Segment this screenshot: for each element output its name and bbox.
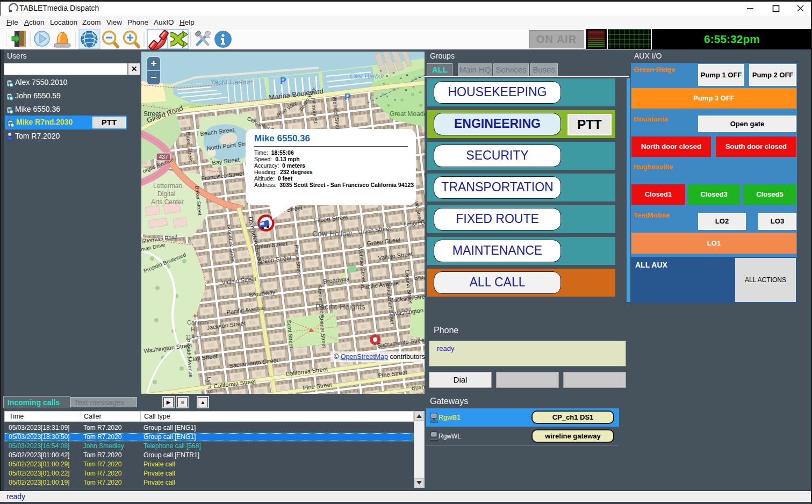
svg-text:×: × bbox=[386, 74, 389, 78]
svg-text:P: P bbox=[280, 76, 286, 86]
svg-text:×: × bbox=[405, 88, 407, 92]
svg-text:×: × bbox=[419, 90, 422, 95]
svg-text:Digital: Digital bbox=[157, 190, 175, 198]
svg-text:×: × bbox=[392, 70, 395, 75]
svg-text:Yacht Harbor: Yacht Harbor bbox=[210, 78, 251, 86]
svg-text:×: × bbox=[418, 75, 421, 80]
svg-text:114 m: 114 m bbox=[185, 334, 202, 340]
svg-text:© OpenStreetMap contributors: © OpenStreetMap contributors bbox=[334, 353, 425, 361]
svg-text:×: × bbox=[406, 73, 408, 77]
svg-text:Arts Center: Arts Center bbox=[151, 198, 184, 206]
svg-text:Cannon: Cannon bbox=[187, 319, 208, 326]
svg-text:Street: Street bbox=[143, 110, 161, 118]
svg-text:P: P bbox=[344, 92, 350, 102]
svg-text:Hill: Hill bbox=[191, 326, 199, 333]
svg-text:×: × bbox=[399, 76, 402, 81]
svg-text:Letterman: Letterman bbox=[153, 182, 182, 190]
svg-text:Cow Hollow: Cow Hollow bbox=[312, 229, 353, 238]
svg-text:×: × bbox=[386, 94, 389, 99]
svg-text:Great Meadow: Great Meadow bbox=[390, 110, 425, 118]
svg-text:East Harbor: East Harbor bbox=[350, 73, 385, 80]
svg-text:×: × bbox=[394, 97, 397, 102]
svg-text:Broad: Broad bbox=[414, 272, 425, 280]
